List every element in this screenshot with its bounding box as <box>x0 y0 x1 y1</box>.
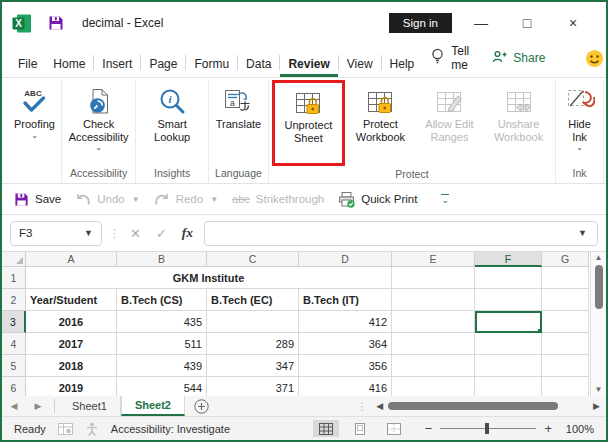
row-header-6[interactable]: 6 <box>2 377 26 396</box>
name-box-chevron-icon[interactable]: ▼ <box>84 228 93 238</box>
cell-B6[interactable]: 544 <box>117 377 207 396</box>
qat-overflow-button[interactable]: ⌄ <box>441 194 449 205</box>
page-break-view-button[interactable] <box>381 420 407 437</box>
proofing-button[interactable]: ABCProofing⌄ <box>10 80 59 140</box>
column-header-C[interactable]: C <box>207 252 299 267</box>
insert-function-button[interactable]: fx <box>178 225 197 241</box>
cell-C2[interactable]: B.Tech (EC) <box>207 289 299 311</box>
cell-F2[interactable] <box>475 289 542 311</box>
column-header-F[interactable]: F <box>475 252 542 267</box>
row-header-4[interactable]: 4 <box>2 333 26 355</box>
row-header-5[interactable]: 5 <box>2 355 26 377</box>
tab-splitter-grip[interactable]: ⋮ <box>357 401 367 412</box>
save-button[interactable]: Save <box>14 192 61 207</box>
row-header-1[interactable]: 1 <box>2 267 26 289</box>
check-accessibility-button[interactable]: Check Accessibility⌄ <box>64 80 133 152</box>
cell-A6[interactable]: 2019 <box>26 377 117 396</box>
row-header-2[interactable]: 2 <box>2 289 26 311</box>
zoom-in-button[interactable]: + <box>544 421 552 436</box>
cell-C5[interactable]: 347 <box>207 355 299 377</box>
cell-A4[interactable]: 2017 <box>26 333 117 355</box>
zoom-slider-thumb[interactable] <box>485 423 489 434</box>
cell-E5[interactable] <box>392 355 475 377</box>
prev-sheet-icon[interactable]: ◀ <box>2 396 26 416</box>
cell-merged-title[interactable]: GKM Institute <box>26 267 392 289</box>
unprotect-sheet-button[interactable]: Unprotect Sheet <box>272 80 345 166</box>
tell-me-button[interactable]: Tell me <box>422 44 477 72</box>
formula-bar-expand-icon[interactable]: ▼ <box>578 228 587 238</box>
ribbon-tab-file[interactable]: File <box>10 51 45 77</box>
titlebar-save-icon[interactable] <box>48 15 64 31</box>
cell-E2[interactable] <box>392 289 475 311</box>
vertical-scrollbar[interactable]: ▲ ▼ <box>590 252 606 396</box>
cell-F3[interactable] <box>475 311 542 333</box>
column-header-A[interactable]: A <box>26 252 117 267</box>
select-all-corner[interactable] <box>2 252 26 267</box>
cell-G5[interactable] <box>542 355 589 377</box>
cell-F5[interactable] <box>475 355 542 377</box>
cell-D3[interactable]: 412 <box>299 311 392 333</box>
scroll-left-icon[interactable]: ◀ <box>376 401 383 411</box>
zoom-out-button[interactable]: − <box>425 421 433 436</box>
cell-D4[interactable]: 364 <box>299 333 392 355</box>
minimize-button[interactable]: — <box>458 9 504 37</box>
cell-E3[interactable] <box>392 311 475 333</box>
scroll-up-icon[interactable]: ▲ <box>595 254 603 262</box>
accessibility-status-icon[interactable] <box>85 422 99 436</box>
column-header-B[interactable]: B <box>117 252 207 267</box>
cell-F1[interactable] <box>475 267 542 289</box>
cell-G4[interactable] <box>542 333 589 355</box>
confirm-entry-icon[interactable]: ✓ <box>152 226 171 241</box>
cell-D6[interactable]: 416 <box>299 377 392 396</box>
name-box[interactable]: F3 ▼ <box>10 221 102 246</box>
cell-A3[interactable]: 2016 <box>26 311 117 333</box>
cell-A5[interactable]: 2018 <box>26 355 117 377</box>
maximize-button[interactable]: □ <box>504 9 550 37</box>
cell-G6[interactable] <box>542 377 589 396</box>
cell-C4[interactable]: 289 <box>207 333 299 355</box>
quick-print-button[interactable]: Quick Print <box>338 191 417 208</box>
cancel-entry-icon[interactable]: ✕ <box>126 226 145 241</box>
cell-E6[interactable] <box>392 377 475 396</box>
sign-in-button[interactable]: Sign in <box>389 13 452 33</box>
new-sheet-button[interactable] <box>185 396 219 416</box>
translate-button[interactable]: aTranslate <box>212 80 265 131</box>
fill-handle[interactable] <box>537 328 542 333</box>
horizontal-scrollbar[interactable]: ⋮ ◀ ▶ <box>357 396 600 416</box>
cell-C6[interactable]: 371 <box>207 377 299 396</box>
ribbon-tab-data[interactable]: Data <box>238 51 279 77</box>
smart-lookup-button[interactable]: iSmart Lookup <box>138 80 206 143</box>
column-header-D[interactable]: D <box>299 252 392 267</box>
cell-G1[interactable] <box>542 267 589 289</box>
cell-E1[interactable] <box>392 267 475 289</box>
column-header-E[interactable]: E <box>392 252 475 267</box>
sheet-tab-sheet1[interactable]: Sheet1 <box>59 396 121 416</box>
ribbon-tab-insert[interactable]: Insert <box>94 51 140 77</box>
cell-D2[interactable]: B.Tech (IT) <box>299 289 392 311</box>
cell-G3[interactable] <box>542 311 589 333</box>
ribbon-tab-formu[interactable]: Formu <box>186 51 237 77</box>
macro-record-icon[interactable] <box>58 423 73 435</box>
share-button[interactable]: Share <box>483 49 553 68</box>
cell-B3[interactable]: 435 <box>117 311 207 333</box>
column-header-G[interactable]: G <box>542 252 589 267</box>
cell-A2[interactable]: Year/Student <box>26 289 117 311</box>
cell-C3[interactable] <box>207 311 299 333</box>
accessibility-status-label[interactable]: Accessibility: Investigate <box>111 423 230 435</box>
ribbon-tab-view[interactable]: View <box>339 51 381 77</box>
next-sheet-icon[interactable]: ▶ <box>26 396 50 416</box>
ribbon-tab-page[interactable]: Page <box>141 51 185 77</box>
vertical-scroll-thumb[interactable] <box>595 265 603 309</box>
ribbon-tab-review[interactable]: Review <box>280 51 337 77</box>
cell-F6[interactable] <box>475 377 542 396</box>
scroll-down-icon[interactable]: ▼ <box>595 386 603 394</box>
page-layout-view-button[interactable] <box>347 420 373 437</box>
close-button[interactable]: × <box>550 9 596 37</box>
cell-F4[interactable] <box>475 333 542 355</box>
cell-B5[interactable]: 439 <box>117 355 207 377</box>
cell-D5[interactable]: 356 <box>299 355 392 377</box>
normal-view-button[interactable] <box>313 420 339 437</box>
ribbon-tab-home[interactable]: Home <box>45 51 93 77</box>
cell-B2[interactable]: B.Tech (CS) <box>117 289 207 311</box>
hide-ink-button[interactable]: Hide Ink⌄ <box>558 80 601 152</box>
